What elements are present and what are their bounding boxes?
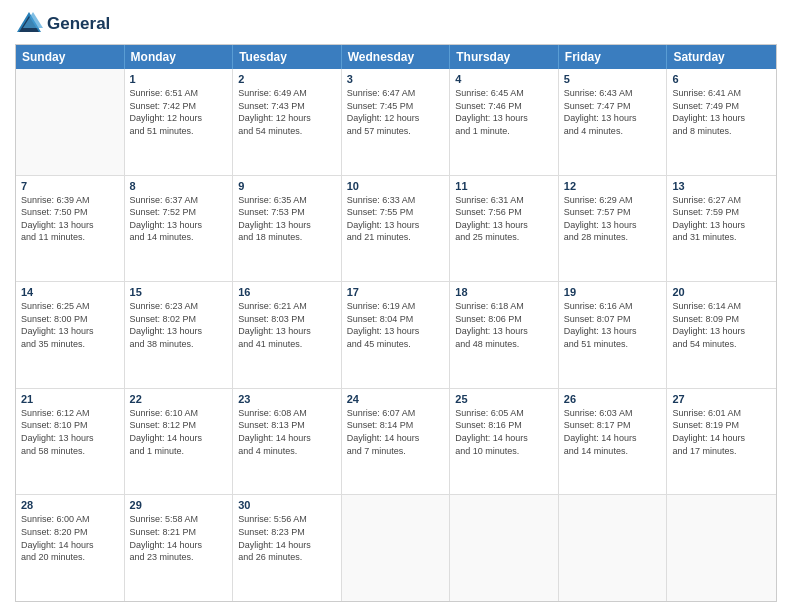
day-info: Sunrise: 6:07 AM Sunset: 8:14 PM Dayligh… (347, 407, 445, 457)
day-number: 20 (672, 286, 771, 298)
calendar-cell: 26Sunrise: 6:03 AM Sunset: 8:17 PM Dayli… (559, 389, 668, 495)
day-number: 5 (564, 73, 662, 85)
day-info: Sunrise: 5:56 AM Sunset: 8:23 PM Dayligh… (238, 513, 336, 563)
day-info: Sunrise: 6:51 AM Sunset: 7:42 PM Dayligh… (130, 87, 228, 137)
day-number: 6 (672, 73, 771, 85)
calendar-cell: 25Sunrise: 6:05 AM Sunset: 8:16 PM Dayli… (450, 389, 559, 495)
calendar-cell: 1Sunrise: 6:51 AM Sunset: 7:42 PM Daylig… (125, 69, 234, 175)
header-day-monday: Monday (125, 45, 234, 69)
calendar-body: 1Sunrise: 6:51 AM Sunset: 7:42 PM Daylig… (16, 69, 776, 601)
calendar-cell: 13Sunrise: 6:27 AM Sunset: 7:59 PM Dayli… (667, 176, 776, 282)
day-info: Sunrise: 6:41 AM Sunset: 7:49 PM Dayligh… (672, 87, 771, 137)
calendar-cell: 23Sunrise: 6:08 AM Sunset: 8:13 PM Dayli… (233, 389, 342, 495)
calendar-week-3: 14Sunrise: 6:25 AM Sunset: 8:00 PM Dayli… (16, 282, 776, 389)
header-day-tuesday: Tuesday (233, 45, 342, 69)
day-number: 2 (238, 73, 336, 85)
day-number: 4 (455, 73, 553, 85)
day-number: 7 (21, 180, 119, 192)
calendar-cell: 24Sunrise: 6:07 AM Sunset: 8:14 PM Dayli… (342, 389, 451, 495)
day-info: Sunrise: 6:25 AM Sunset: 8:00 PM Dayligh… (21, 300, 119, 350)
header-day-friday: Friday (559, 45, 668, 69)
calendar-cell (16, 69, 125, 175)
calendar-week-5: 28Sunrise: 6:00 AM Sunset: 8:20 PM Dayli… (16, 495, 776, 601)
calendar-cell: 27Sunrise: 6:01 AM Sunset: 8:19 PM Dayli… (667, 389, 776, 495)
calendar-cell: 30Sunrise: 5:56 AM Sunset: 8:23 PM Dayli… (233, 495, 342, 601)
calendar-cell: 2Sunrise: 6:49 AM Sunset: 7:43 PM Daylig… (233, 69, 342, 175)
day-info: Sunrise: 6:03 AM Sunset: 8:17 PM Dayligh… (564, 407, 662, 457)
day-number: 1 (130, 73, 228, 85)
calendar-cell: 6Sunrise: 6:41 AM Sunset: 7:49 PM Daylig… (667, 69, 776, 175)
day-info: Sunrise: 6:12 AM Sunset: 8:10 PM Dayligh… (21, 407, 119, 457)
calendar-cell: 8Sunrise: 6:37 AM Sunset: 7:52 PM Daylig… (125, 176, 234, 282)
day-number: 11 (455, 180, 553, 192)
day-number: 28 (21, 499, 119, 511)
calendar-cell: 7Sunrise: 6:39 AM Sunset: 7:50 PM Daylig… (16, 176, 125, 282)
calendar-cell: 14Sunrise: 6:25 AM Sunset: 8:00 PM Dayli… (16, 282, 125, 388)
day-info: Sunrise: 6:27 AM Sunset: 7:59 PM Dayligh… (672, 194, 771, 244)
calendar-cell: 5Sunrise: 6:43 AM Sunset: 7:47 PM Daylig… (559, 69, 668, 175)
day-info: Sunrise: 6:10 AM Sunset: 8:12 PM Dayligh… (130, 407, 228, 457)
calendar-cell: 18Sunrise: 6:18 AM Sunset: 8:06 PM Dayli… (450, 282, 559, 388)
calendar-cell (450, 495, 559, 601)
calendar-cell: 21Sunrise: 6:12 AM Sunset: 8:10 PM Dayli… (16, 389, 125, 495)
calendar-cell: 4Sunrise: 6:45 AM Sunset: 7:46 PM Daylig… (450, 69, 559, 175)
day-number: 27 (672, 393, 771, 405)
day-info: Sunrise: 6:08 AM Sunset: 8:13 PM Dayligh… (238, 407, 336, 457)
day-number: 12 (564, 180, 662, 192)
day-number: 29 (130, 499, 228, 511)
calendar-header: SundayMondayTuesdayWednesdayThursdayFrid… (16, 45, 776, 69)
day-info: Sunrise: 6:33 AM Sunset: 7:55 PM Dayligh… (347, 194, 445, 244)
day-number: 15 (130, 286, 228, 298)
day-number: 10 (347, 180, 445, 192)
logo: General (15, 10, 110, 38)
day-info: Sunrise: 6:21 AM Sunset: 8:03 PM Dayligh… (238, 300, 336, 350)
header: General (15, 10, 777, 38)
header-day-thursday: Thursday (450, 45, 559, 69)
day-info: Sunrise: 6:45 AM Sunset: 7:46 PM Dayligh… (455, 87, 553, 137)
calendar-cell: 28Sunrise: 6:00 AM Sunset: 8:20 PM Dayli… (16, 495, 125, 601)
logo-icon (15, 10, 43, 38)
calendar-week-1: 1Sunrise: 6:51 AM Sunset: 7:42 PM Daylig… (16, 69, 776, 176)
day-number: 24 (347, 393, 445, 405)
day-info: Sunrise: 6:00 AM Sunset: 8:20 PM Dayligh… (21, 513, 119, 563)
calendar: SundayMondayTuesdayWednesdayThursdayFrid… (15, 44, 777, 602)
day-info: Sunrise: 6:39 AM Sunset: 7:50 PM Dayligh… (21, 194, 119, 244)
day-info: Sunrise: 6:23 AM Sunset: 8:02 PM Dayligh… (130, 300, 228, 350)
header-day-saturday: Saturday (667, 45, 776, 69)
day-info: Sunrise: 6:01 AM Sunset: 8:19 PM Dayligh… (672, 407, 771, 457)
calendar-cell: 29Sunrise: 5:58 AM Sunset: 8:21 PM Dayli… (125, 495, 234, 601)
day-info: Sunrise: 6:14 AM Sunset: 8:09 PM Dayligh… (672, 300, 771, 350)
day-info: Sunrise: 6:19 AM Sunset: 8:04 PM Dayligh… (347, 300, 445, 350)
header-day-wednesday: Wednesday (342, 45, 451, 69)
day-info: Sunrise: 6:18 AM Sunset: 8:06 PM Dayligh… (455, 300, 553, 350)
day-info: Sunrise: 6:35 AM Sunset: 7:53 PM Dayligh… (238, 194, 336, 244)
day-number: 13 (672, 180, 771, 192)
day-info: Sunrise: 5:58 AM Sunset: 8:21 PM Dayligh… (130, 513, 228, 563)
calendar-cell (559, 495, 668, 601)
day-number: 19 (564, 286, 662, 298)
day-info: Sunrise: 6:16 AM Sunset: 8:07 PM Dayligh… (564, 300, 662, 350)
day-number: 30 (238, 499, 336, 511)
calendar-week-2: 7Sunrise: 6:39 AM Sunset: 7:50 PM Daylig… (16, 176, 776, 283)
day-number: 8 (130, 180, 228, 192)
day-number: 3 (347, 73, 445, 85)
calendar-cell (342, 495, 451, 601)
day-info: Sunrise: 6:29 AM Sunset: 7:57 PM Dayligh… (564, 194, 662, 244)
header-day-sunday: Sunday (16, 45, 125, 69)
day-number: 14 (21, 286, 119, 298)
calendar-cell: 15Sunrise: 6:23 AM Sunset: 8:02 PM Dayli… (125, 282, 234, 388)
calendar-cell: 3Sunrise: 6:47 AM Sunset: 7:45 PM Daylig… (342, 69, 451, 175)
calendar-week-4: 21Sunrise: 6:12 AM Sunset: 8:10 PM Dayli… (16, 389, 776, 496)
day-info: Sunrise: 6:31 AM Sunset: 7:56 PM Dayligh… (455, 194, 553, 244)
logo-text: General (47, 15, 110, 34)
calendar-cell: 12Sunrise: 6:29 AM Sunset: 7:57 PM Dayli… (559, 176, 668, 282)
day-info: Sunrise: 6:05 AM Sunset: 8:16 PM Dayligh… (455, 407, 553, 457)
calendar-cell: 20Sunrise: 6:14 AM Sunset: 8:09 PM Dayli… (667, 282, 776, 388)
day-info: Sunrise: 6:37 AM Sunset: 7:52 PM Dayligh… (130, 194, 228, 244)
day-number: 22 (130, 393, 228, 405)
day-number: 23 (238, 393, 336, 405)
day-info: Sunrise: 6:43 AM Sunset: 7:47 PM Dayligh… (564, 87, 662, 137)
day-number: 26 (564, 393, 662, 405)
calendar-cell (667, 495, 776, 601)
day-number: 9 (238, 180, 336, 192)
